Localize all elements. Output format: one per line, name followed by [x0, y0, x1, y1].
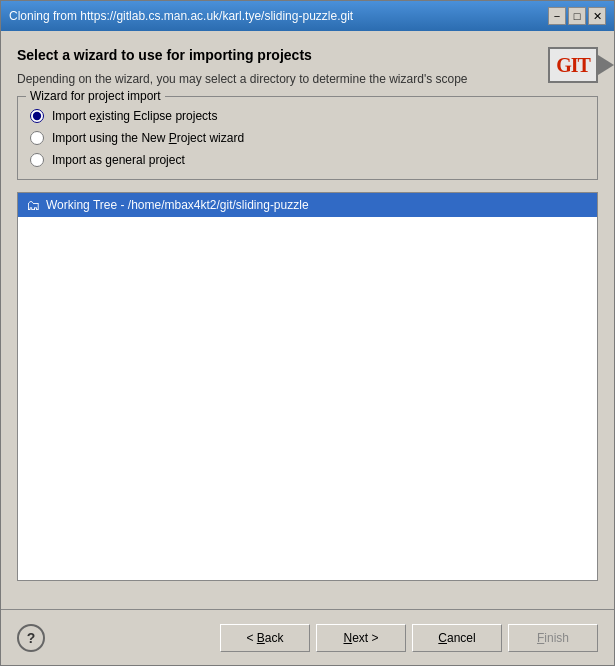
radio-import-existing[interactable] [30, 109, 44, 123]
radio-import-general[interactable] [30, 153, 44, 167]
radio-label-2: Import using the New Project wizard [52, 131, 244, 145]
radio-option-3[interactable]: Import as general project [30, 153, 585, 167]
back-label: < Back [246, 631, 283, 645]
content-area: Select a wizard to use for importing pro… [1, 31, 614, 609]
folder-icon: 🗂 [26, 197, 40, 213]
radio-label-3: Import as general project [52, 153, 185, 167]
nav-buttons: < Back Next > Cancel Finish [220, 624, 598, 652]
cancel-button[interactable]: Cancel [412, 624, 502, 652]
git-logo: GIT [548, 47, 598, 83]
main-window: Cloning from https://gitlab.cs.man.ac.uk… [0, 0, 615, 666]
wizard-group: Wizard for project import Import existin… [17, 96, 598, 180]
page-title: Select a wizard to use for importing pro… [17, 47, 548, 63]
radio-option-1[interactable]: Import existing Eclipse projects [30, 109, 585, 123]
next-button[interactable]: Next > [316, 624, 406, 652]
finish-button[interactable]: Finish [508, 624, 598, 652]
finish-label: Finish [537, 631, 569, 645]
cancel-label: Cancel [438, 631, 475, 645]
restore-button[interactable]: □ [568, 7, 586, 25]
window-title: Cloning from https://gitlab.cs.man.ac.uk… [9, 9, 353, 23]
tree-item-label: Working Tree - /home/mbax4kt2/git/slidin… [46, 198, 309, 212]
page-description: Depending on the wizard, you may select … [17, 71, 548, 88]
next-label: Next > [343, 631, 378, 645]
radio-import-new-project[interactable] [30, 131, 44, 145]
header-section: Select a wizard to use for importing pro… [17, 47, 598, 88]
list-item[interactable]: 🗂 Working Tree - /home/mbax4kt2/git/slid… [18, 193, 597, 217]
help-button[interactable]: ? [17, 624, 45, 652]
radio-label-1: Import existing Eclipse projects [52, 109, 217, 123]
git-logo-box: GIT [548, 47, 598, 83]
minimize-button[interactable]: − [548, 7, 566, 25]
close-button[interactable]: ✕ [588, 7, 606, 25]
title-bar: Cloning from https://gitlab.cs.man.ac.uk… [1, 1, 614, 31]
back-button[interactable]: < Back [220, 624, 310, 652]
git-logo-text: GIT [556, 55, 590, 75]
wizard-group-legend: Wizard for project import [26, 89, 165, 103]
radio-option-2[interactable]: Import using the New Project wizard [30, 131, 585, 145]
header-text: Select a wizard to use for importing pro… [17, 47, 548, 88]
tree-view[interactable]: 🗂 Working Tree - /home/mbax4kt2/git/slid… [17, 192, 598, 581]
button-bar: ? < Back Next > Cancel Finish [1, 609, 614, 665]
window-controls: − □ ✕ [548, 7, 606, 25]
